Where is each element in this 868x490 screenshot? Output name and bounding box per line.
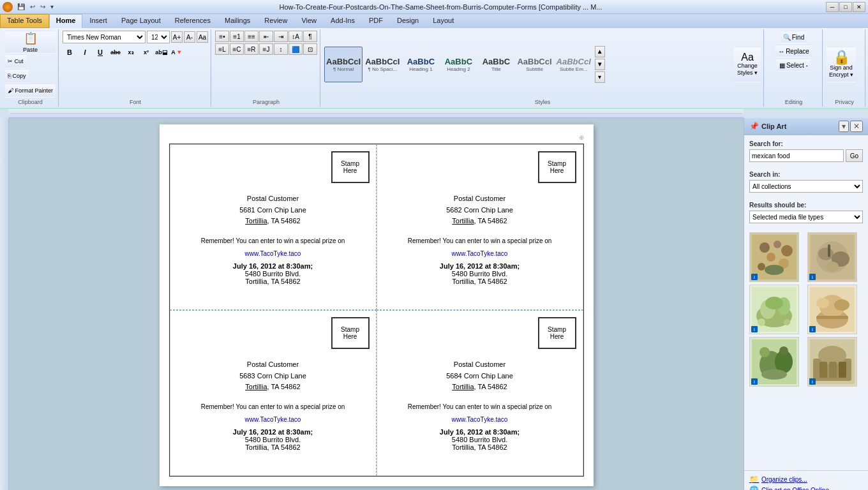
clip-item-2[interactable]: i	[807, 232, 857, 282]
copy-button[interactable]: ⎘ Copy	[5, 69, 29, 83]
save-quick-btn[interactable]: 💾	[15, 3, 27, 11]
show-formatting-button[interactable]: ¶	[303, 31, 317, 42]
results-select[interactable]: Selected media file types	[749, 211, 863, 223]
clip-image-5	[752, 339, 797, 384]
panel-close-button[interactable]: ✕	[850, 121, 863, 132]
postcard-2-url-wrap: www.TacoTyke.taco	[384, 249, 576, 257]
bold-button[interactable]: B	[63, 45, 77, 59]
redo-quick-btn[interactable]: ↪	[38, 3, 47, 11]
style-no-spacing-label: ¶ No Spaci...	[368, 66, 397, 72]
style-normal[interactable]: AaBbCcI ¶ Normal	[324, 47, 363, 82]
font-size-select[interactable]: 12	[147, 31, 170, 43]
sign-encrypt-button[interactable]: 🔒 Sign andEncrypt ▾	[827, 47, 856, 82]
search-input[interactable]	[749, 149, 844, 162]
clip-item-6[interactable]: i	[807, 337, 857, 387]
svg-point-7	[758, 263, 765, 271]
italic-button[interactable]: I	[78, 45, 92, 59]
svg-point-13	[826, 262, 839, 272]
select-button[interactable]: ▦ Select -	[777, 59, 811, 71]
tab-mailings[interactable]: Mailings	[218, 14, 257, 28]
tab-view[interactable]: View	[294, 14, 324, 28]
style-title[interactable]: AaBbC Title	[477, 47, 514, 82]
format-painter-button[interactable]: 🖌 Format Painter	[5, 84, 56, 98]
restore-button[interactable]: □	[839, 2, 852, 12]
font-group: Times New Roman 12 A+ A- Aa B I U abc x₂…	[60, 29, 211, 107]
quick-access-dropdown[interactable]: ▾	[49, 3, 56, 11]
document-area[interactable]: ⊕ Stamp Here Postal Customer 5681 Corn C…	[9, 118, 744, 490]
superscript-button[interactable]: x²	[139, 45, 153, 59]
style-heading1[interactable]: AaBbC Heading 1	[402, 47, 439, 82]
style-subtitle[interactable]: AaBbCcI Subtitle	[515, 47, 553, 82]
tab-design[interactable]: Design	[390, 14, 426, 28]
styles-scroll-down[interactable]: ▼	[595, 59, 605, 70]
organize-clips-link[interactable]: 📁 Organize clips...	[749, 475, 863, 484]
sort-button[interactable]: ↕A	[288, 31, 303, 42]
search-in-select[interactable]: All collections	[749, 180, 863, 193]
numbering-button[interactable]: ≡1	[230, 31, 244, 42]
clip-badge-4: i	[809, 326, 816, 332]
replace-button[interactable]: ↔ Replace	[775, 45, 812, 57]
decrease-indent-button[interactable]: ⇤	[259, 31, 273, 42]
tab-pdf[interactable]: PDF	[362, 14, 390, 28]
styles-scroll-up[interactable]: ▲	[595, 46, 605, 57]
style-no-spacing[interactable]: AaBbCcI ¶ No Spaci...	[363, 47, 401, 82]
align-left-button[interactable]: ≡L	[215, 43, 229, 55]
postcard-2-stamp-line1: Stamp	[548, 160, 566, 167]
svg-point-4	[781, 245, 793, 256]
shading-button[interactable]: 🟦	[288, 43, 303, 55]
clip-art-online-link[interactable]: 🌐 Clip art on Office Online	[749, 486, 863, 490]
multilevel-button[interactable]: ≡≡	[244, 31, 258, 42]
tab-review[interactable]: Review	[257, 14, 294, 28]
postcard-2-state-zip: , TA 54862	[474, 217, 507, 225]
tab-references[interactable]: References	[168, 14, 218, 28]
strikethrough-button[interactable]: abc	[108, 45, 123, 59]
line-spacing-button[interactable]: ↕	[274, 43, 288, 55]
styles-more[interactable]: ▾	[595, 71, 605, 83]
style-no-spacing-preview: AaBbCcI	[365, 57, 400, 66]
paste-button[interactable]: 📋 Paste	[5, 31, 56, 54]
align-right-button[interactable]: ≡R	[244, 43, 258, 55]
tab-page-layout[interactable]: Page Layout	[114, 14, 168, 28]
postcard-4-state-zip: , TA 54862	[474, 383, 507, 390]
search-go-button[interactable]: Go	[846, 149, 863, 162]
cut-button[interactable]: ✂ Cut	[5, 54, 26, 68]
highlight-button[interactable]: ab⬓	[154, 45, 168, 59]
panel-minimize-button[interactable]: ▾	[839, 121, 849, 132]
tab-home[interactable]: Home	[49, 14, 83, 28]
subscript-button[interactable]: x₂	[124, 45, 138, 59]
increase-indent-button[interactable]: ⇥	[274, 31, 288, 42]
font-shrink-button[interactable]: A-	[184, 31, 195, 43]
clip-item-3[interactable]: i	[749, 285, 799, 334]
tab-insert[interactable]: Insert	[82, 14, 114, 28]
clear-formatting-button[interactable]: Aa	[197, 31, 208, 43]
style-heading2[interactable]: AaBbC Heading 2	[440, 47, 477, 82]
find-button[interactable]: 🔍 Find	[781, 31, 807, 43]
change-styles-icon: Aa	[741, 52, 754, 63]
postcard-1-state-zip: , TA 54862	[267, 217, 301, 225]
style-subtle-emphasis[interactable]: AaBbCcI Subtle Em...	[555, 47, 593, 82]
font-color-button[interactable]: A🔻	[170, 45, 184, 59]
postcard-1-event-line2: 5480 Burrito Blvd.	[177, 270, 370, 278]
change-styles-button[interactable]: Aa ChangeStyles ▾	[734, 47, 761, 82]
document-page: ⊕ Stamp Here Postal Customer 5681 Corn C…	[160, 124, 594, 486]
bullets-button[interactable]: ≡•	[215, 31, 229, 42]
font-grow-button[interactable]: A+	[171, 31, 183, 43]
clip-item-4[interactable]: i	[807, 285, 857, 334]
tab-table-tools[interactable]: Table Tools	[0, 14, 49, 28]
clip-art-header: 📌 Clip Art ▾ ✕	[744, 118, 868, 135]
font-name-select[interactable]: Times New Roman	[63, 31, 146, 43]
postcard-4-promo: Remember! You can enter to win a special…	[384, 403, 576, 410]
tab-layout[interactable]: Layout	[426, 14, 461, 28]
left-margin	[15, 124, 23, 490]
justify-button[interactable]: ≡J	[259, 43, 273, 55]
undo-quick-btn[interactable]: ↩	[28, 3, 37, 11]
close-button[interactable]: ✕	[853, 2, 865, 12]
borders-button[interactable]: ⊡	[303, 43, 317, 55]
align-center-button[interactable]: ≡C	[230, 43, 244, 55]
postcard-4-name: Postal Customer	[384, 359, 576, 371]
minimize-button[interactable]: ─	[826, 2, 839, 12]
clip-item-1[interactable]: i	[749, 232, 799, 282]
clip-item-5[interactable]: i	[749, 337, 799, 387]
underline-button[interactable]: U	[93, 45, 107, 59]
tab-add-ins[interactable]: Add-Ins	[324, 14, 362, 28]
